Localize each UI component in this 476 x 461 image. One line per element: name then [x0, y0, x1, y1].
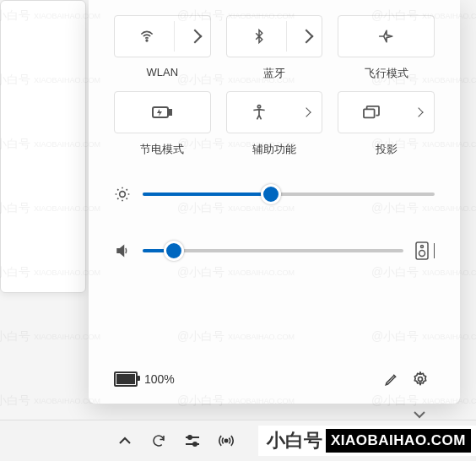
- wifi-icon: [115, 28, 180, 45]
- bluetooth-expand[interactable]: [291, 31, 322, 41]
- tile-accessibility: 辅助功能: [226, 91, 323, 157]
- airplane-toggle[interactable]: [338, 15, 435, 57]
- svg-point-7: [421, 246, 424, 248]
- background-window: [0, 0, 86, 293]
- volume-icon: [114, 243, 131, 258]
- quick-settings-panel: WLAN 蓝牙 飞行模式: [89, 0, 460, 404]
- bluetooth-icon: [227, 28, 292, 45]
- volume-slider[interactable]: [143, 242, 403, 259]
- svg-point-5: [120, 192, 126, 198]
- volume-row: [114, 241, 435, 260]
- battery-status[interactable]: 100%: [114, 372, 175, 387]
- svg-point-8: [419, 251, 425, 257]
- battery-saver-icon: [115, 106, 210, 119]
- svg-rect-4: [364, 109, 375, 117]
- wifi-label: WLAN: [114, 66, 211, 79]
- tile-bluetooth: 蓝牙: [226, 15, 323, 81]
- airplane-icon: [338, 28, 434, 45]
- edit-button[interactable]: [377, 365, 406, 393]
- brightness-row: [114, 186, 435, 203]
- svg-point-9: [419, 377, 423, 382]
- broadcast-icon[interactable]: [212, 426, 241, 455]
- wifi-toggle[interactable]: [114, 15, 211, 57]
- battery-saver-toggle[interactable]: [114, 91, 211, 133]
- brightness-icon: [114, 186, 131, 203]
- sliders-icon[interactable]: [178, 426, 207, 455]
- accessibility-toggle[interactable]: [226, 91, 323, 133]
- battery-saver-label: 节电模式: [114, 142, 211, 157]
- bluetooth-label: 蓝牙: [226, 66, 323, 81]
- panel-footer: 100%: [114, 365, 435, 393]
- bluetooth-toggle[interactable]: [226, 15, 323, 57]
- svg-point-10: [188, 436, 192, 439]
- svg-rect-2: [169, 110, 171, 115]
- tray-collapse-icon[interactable]: [414, 410, 425, 419]
- audio-output-expand[interactable]: [434, 243, 435, 258]
- project-expand[interactable]: [403, 109, 434, 116]
- watermark-logo: 小白号 XIAOBAIHAO.COM: [258, 426, 476, 456]
- battery-percent: 100%: [144, 372, 175, 386]
- airplane-label: 飞行模式: [338, 66, 435, 81]
- logo-cn: 小白号: [267, 428, 322, 453]
- sync-icon[interactable]: [144, 426, 173, 455]
- tile-project: 投影: [338, 91, 435, 157]
- accessibility-expand[interactable]: [291, 109, 322, 116]
- logo-en: XIAOBAIHAO.COM: [326, 429, 471, 453]
- project-label: 投影: [338, 142, 435, 157]
- accessibility-label: 辅助功能: [226, 142, 323, 157]
- battery-icon: [114, 372, 138, 387]
- accessibility-icon: [227, 104, 292, 121]
- project-icon: [338, 105, 403, 120]
- project-toggle[interactable]: [338, 91, 435, 133]
- svg-point-0: [146, 40, 148, 41]
- svg-point-3: [257, 106, 260, 108]
- wifi-expand[interactable]: [180, 31, 210, 41]
- tile-battery-saver: 节电模式: [114, 91, 211, 157]
- tray-overflow-button[interactable]: [111, 426, 139, 455]
- brightness-slider[interactable]: [143, 186, 435, 203]
- tile-airplane: 飞行模式: [338, 15, 435, 81]
- tile-wifi: WLAN: [114, 15, 211, 81]
- settings-button[interactable]: [406, 365, 435, 393]
- svg-point-12: [224, 439, 227, 442]
- audio-output-icon[interactable]: [415, 241, 429, 260]
- svg-point-11: [193, 442, 197, 446]
